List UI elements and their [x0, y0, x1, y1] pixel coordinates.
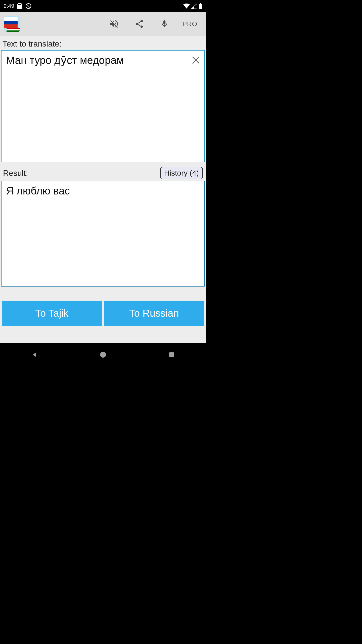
home-button[interactable]: [98, 350, 108, 360]
recent-button[interactable]: [167, 350, 177, 360]
sd-card-icon: [17, 3, 22, 9]
signal-icon: [191, 3, 197, 9]
share-icon[interactable]: [132, 17, 146, 31]
svg-point-6: [100, 352, 106, 357]
dnd-icon: [25, 3, 31, 9]
clear-button[interactable]: [191, 55, 201, 65]
result-box[interactable]: Я люблю вас: [1, 181, 205, 287]
input-box[interactable]: Ман туро дӯст медорам: [1, 50, 205, 162]
result-label: Result:: [3, 169, 28, 178]
app-icon[interactable]: [4, 16, 20, 32]
svg-rect-2: [199, 4, 202, 9]
wifi-icon: [183, 4, 190, 9]
toolbar: PRO: [0, 12, 206, 36]
history-button[interactable]: History (4): [160, 167, 203, 179]
status-bar: 9:49: [0, 0, 206, 12]
input-label: Text to translate:: [1, 38, 205, 50]
status-left: 9:49: [4, 3, 31, 9]
nav-bar: [0, 343, 206, 366]
back-button[interactable]: [29, 350, 39, 360]
to-tajik-button[interactable]: To Tajik: [2, 301, 102, 326]
svg-line-1: [27, 4, 30, 8]
result-text: Я люблю вас: [6, 185, 200, 197]
main-area: Text to translate: Ман туро дӯст медорам…: [0, 36, 206, 343]
to-russian-button[interactable]: To Russian: [104, 301, 204, 326]
result-header: Result: History (4): [1, 165, 205, 181]
mic-icon[interactable]: [157, 17, 171, 31]
status-right: [183, 3, 202, 9]
input-text[interactable]: Ман туро дӯст медорам: [6, 54, 187, 66]
app-content: PRO Text to translate: Ман туро дӯст мед…: [0, 12, 206, 343]
pro-button[interactable]: PRO: [183, 20, 197, 28]
translate-buttons: To Tajik To Russian: [1, 287, 205, 329]
svg-rect-7: [169, 352, 174, 357]
status-time: 9:49: [4, 3, 14, 9]
mute-icon[interactable]: [107, 17, 121, 31]
svg-rect-3: [200, 3, 201, 4]
battery-icon: [199, 3, 202, 9]
